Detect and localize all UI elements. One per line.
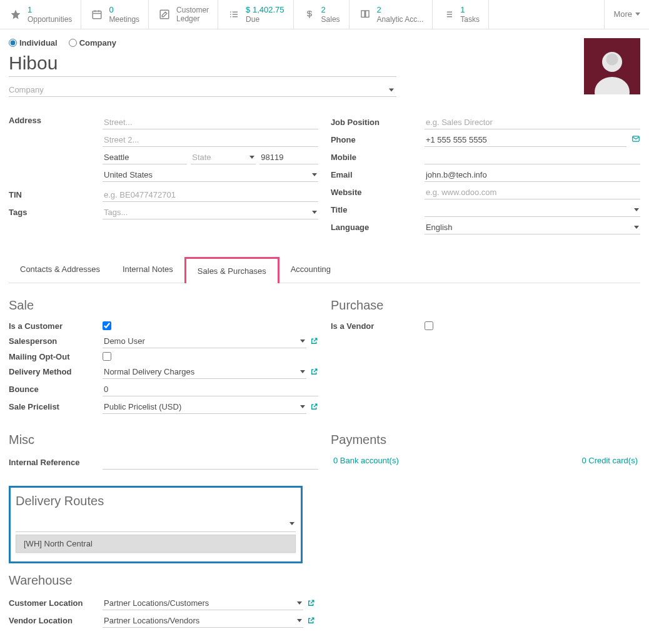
vendor-loc-input[interactable] bbox=[104, 616, 302, 625]
book-icon bbox=[358, 8, 372, 21]
pricelist-input[interactable] bbox=[104, 402, 305, 411]
tin-input[interactable] bbox=[104, 190, 317, 199]
stat-label: Due bbox=[246, 15, 284, 24]
tab-sales[interactable]: Sales & Purchases bbox=[184, 257, 279, 283]
dollar-icon bbox=[303, 8, 316, 21]
delivery-method-label: Delivery Method bbox=[9, 367, 103, 376]
contact-name-input[interactable] bbox=[9, 50, 396, 77]
external-link-icon[interactable] bbox=[307, 599, 315, 607]
country-input[interactable] bbox=[104, 170, 317, 179]
bounce-input[interactable] bbox=[104, 385, 317, 394]
stat-label: Analytic Acc... bbox=[377, 15, 424, 24]
radio-company[interactable]: Company bbox=[69, 38, 116, 48]
payments-heading: Payments bbox=[331, 433, 640, 447]
route-option[interactable]: [WH] North Central bbox=[16, 535, 296, 553]
stat-label: Customer bbox=[176, 6, 209, 14]
pricelist-label: Sale Pricelist bbox=[9, 402, 103, 411]
tabs: Contacts & Addresses Internal Notes Sale… bbox=[9, 257, 640, 283]
stat-label: Tasks bbox=[460, 15, 480, 24]
customer-loc-input[interactable] bbox=[104, 598, 302, 608]
stat-value: 0 bbox=[109, 5, 139, 15]
customer-loc-label: Customer Location bbox=[9, 598, 103, 608]
tab-contacts[interactable]: Contacts & Addresses bbox=[9, 257, 111, 283]
stat-tasks[interactable]: 1Tasks bbox=[433, 0, 489, 29]
external-link-icon[interactable] bbox=[310, 337, 318, 345]
job-input[interactable] bbox=[426, 118, 639, 127]
external-link-icon[interactable] bbox=[307, 616, 315, 625]
stat-value: 1 bbox=[28, 5, 72, 15]
pencil-square-icon bbox=[158, 8, 171, 21]
stat-ledger[interactable]: CustomerLedger bbox=[149, 0, 218, 29]
delivery-method-input[interactable] bbox=[104, 367, 305, 376]
stat-label: Meetings bbox=[109, 15, 139, 24]
delivery-routes-box: Delivery Routes [WH] North Central bbox=[9, 486, 303, 563]
credit-cards-link[interactable]: 0 Credit card(s) bbox=[581, 456, 638, 465]
radio-individual[interactable]: Individual bbox=[9, 38, 58, 48]
stat-sales[interactable]: 2Sales bbox=[294, 0, 350, 29]
language-input[interactable] bbox=[426, 223, 639, 232]
dropdown-icon bbox=[635, 13, 640, 16]
stat-value: 1 bbox=[460, 5, 480, 15]
salesperson-input[interactable] bbox=[104, 336, 305, 346]
stat-label: Ledger bbox=[176, 14, 209, 23]
company-select[interactable]: Company bbox=[9, 83, 396, 97]
route-select[interactable] bbox=[16, 518, 296, 532]
internal-ref-input[interactable] bbox=[104, 458, 317, 467]
internal-ref-label: Internal Reference bbox=[9, 458, 103, 467]
language-label: Language bbox=[331, 223, 425, 232]
tin-label: TIN bbox=[9, 190, 103, 199]
salesperson-label: Salesperson bbox=[9, 336, 103, 346]
tags-input[interactable] bbox=[104, 208, 317, 217]
stat-value: $ 1,402.75 bbox=[246, 5, 284, 15]
is-vendor-label: Is a Vendor bbox=[331, 321, 425, 331]
phone-input[interactable] bbox=[426, 135, 625, 144]
svg-point-19 bbox=[606, 53, 618, 65]
svg-rect-4 bbox=[160, 10, 169, 19]
calendar-icon bbox=[90, 8, 104, 21]
avatar[interactable] bbox=[584, 38, 640, 94]
is-customer-checkbox[interactable] bbox=[103, 321, 111, 330]
list-icon bbox=[227, 8, 241, 21]
job-label: Job Position bbox=[331, 118, 425, 127]
street2-input[interactable] bbox=[104, 135, 317, 144]
title-label: Title bbox=[331, 205, 425, 214]
radio-label: Company bbox=[79, 38, 116, 48]
stat-label: Opportunities bbox=[28, 15, 72, 24]
address-label: Address bbox=[9, 116, 103, 125]
warehouse-heading: Warehouse bbox=[9, 573, 315, 588]
city-input[interactable] bbox=[104, 153, 186, 162]
website-label: Website bbox=[331, 188, 425, 197]
stat-analytic[interactable]: 2Analytic Acc... bbox=[350, 0, 433, 29]
mobile-label: Mobile bbox=[331, 153, 425, 162]
sms-icon[interactable] bbox=[631, 134, 640, 145]
stat-meetings[interactable]: 0Meetings bbox=[81, 0, 149, 29]
stat-more[interactable]: More bbox=[605, 0, 649, 29]
svg-point-18 bbox=[595, 77, 630, 94]
tasks-icon bbox=[441, 8, 455, 21]
is-customer-label: Is a Customer bbox=[9, 321, 103, 331]
street-input[interactable] bbox=[104, 118, 317, 127]
sale-heading: Sale bbox=[9, 298, 318, 313]
mobile-input[interactable] bbox=[426, 153, 639, 162]
title-input[interactable] bbox=[426, 205, 639, 214]
stat-due[interactable]: $ 1,402.75Due bbox=[218, 0, 293, 29]
radio-label: Individual bbox=[19, 38, 58, 48]
bank-accounts-link[interactable]: 0 Bank account(s) bbox=[333, 456, 399, 465]
website-input[interactable] bbox=[426, 188, 639, 197]
more-label: More bbox=[613, 9, 632, 19]
state-input[interactable] bbox=[192, 153, 254, 162]
is-vendor-checkbox[interactable] bbox=[425, 321, 433, 330]
stat-opportunities[interactable]: 1Opportunities bbox=[0, 0, 81, 29]
person-icon bbox=[587, 44, 637, 94]
bounce-label: Bounce bbox=[9, 385, 103, 394]
email-input[interactable] bbox=[426, 170, 639, 179]
mailing-checkbox[interactable] bbox=[103, 352, 111, 361]
svg-rect-0 bbox=[93, 11, 102, 19]
zip-input[interactable] bbox=[261, 153, 317, 162]
external-link-icon[interactable] bbox=[310, 403, 318, 411]
tab-notes[interactable]: Internal Notes bbox=[111, 257, 184, 283]
email-label: Email bbox=[331, 170, 425, 179]
tab-accounting[interactable]: Accounting bbox=[279, 257, 342, 283]
external-link-icon[interactable] bbox=[310, 368, 318, 376]
stat-value: 2 bbox=[377, 5, 424, 15]
